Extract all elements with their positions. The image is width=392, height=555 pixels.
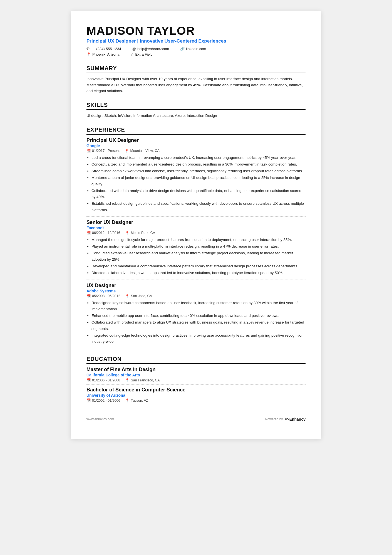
location-adobe: 📍 San Jose, CA <box>125 294 152 298</box>
skills-title: SKILLS <box>86 102 306 110</box>
summary-section: SUMMARY Innovative Principal UX Designer… <box>86 65 306 94</box>
loc-icon-facebook: 📍 <box>125 231 130 235</box>
dates-ua: 📅 01/2002 - 01/2006 <box>86 398 120 403</box>
candidate-name: MADISON TAYLOR <box>86 24 306 37</box>
bullet-adobe-1: Redesigned key software components based… <box>91 300 306 312</box>
footer-website: www.enhancv.com <box>86 417 114 421</box>
bullet-adobe-2: Enhanced the mobile app user interface, … <box>91 313 306 319</box>
powered-by-label: Powered by <box>265 417 283 421</box>
extra-value: Extra Field <box>135 52 153 56</box>
link-icon: 🔗 <box>180 47 185 51</box>
experience-section: EXPERIENCE Principal UX Designer Google … <box>86 127 306 348</box>
bullet-google-1: Led a cross-functional team in revamping… <box>91 155 306 161</box>
resume-page: MADISON TAYLOR Principal UX Designer | I… <box>71 11 321 439</box>
bullet-fb-3: Conducted extensive user research and ma… <box>91 250 306 263</box>
bullet-fb-4: Developed and maintained a comprehensive… <box>91 263 306 269</box>
bullet-google-6: Established robust design guidelines and… <box>91 201 306 213</box>
enhancv-logo: ∞ Enhancv <box>285 416 306 422</box>
job-title-facebook: Senior UX Designer <box>86 219 306 225</box>
bullets-adobe: Redesigned key software components based… <box>86 300 306 345</box>
extra-contact: ☆ Extra Field <box>131 52 153 56</box>
summary-text: Innovative Principal UX Designer with ov… <box>86 76 306 94</box>
bullet-adobe-4: Integrated cutting-edge technologies int… <box>91 332 306 345</box>
contact-row-2: 📍 Phoenix, Arizona ☆ Extra Field <box>86 52 306 57</box>
exp-entry-facebook: Senior UX Designer Facebook 📅 06/2012 - … <box>86 219 306 280</box>
bullet-google-2: Conceptualized and implemented a user-ce… <box>91 161 306 167</box>
job-title-adobe: UX Designer <box>86 283 306 288</box>
candidate-title: Principal UX Designer | Innovative User-… <box>86 38 306 44</box>
job-title-google: Principal UX Designer <box>86 137 306 143</box>
dates-facebook: 📅 06/2012 - 12/2016 <box>86 231 120 235</box>
skills-text: UI design, Sketch, InVision, Information… <box>86 113 306 119</box>
location-value: Phoenix, Arizona <box>92 52 120 56</box>
phone-contact: ✆ +1-(234)-555-1234 <box>86 47 121 51</box>
brand-name: Enhancv <box>289 417 306 421</box>
company-facebook: Facebook <box>86 226 306 230</box>
edu-entry-cca: Master of Fine Arts in Design California… <box>86 367 306 385</box>
loc-icon-adobe: 📍 <box>125 294 130 298</box>
logo-symbol: ∞ <box>285 416 288 422</box>
skills-section: SKILLS UI design, Sketch, InVision, Info… <box>86 102 306 119</box>
degree-cca: Master of Fine Arts in Design <box>86 367 306 373</box>
school-ua: University of Arizona <box>86 393 306 398</box>
exp-meta-google: 📅 01/2017 - Present 📍 Mountain View, CA <box>86 149 306 153</box>
resume-header: MADISON TAYLOR Principal UX Designer | I… <box>86 24 306 57</box>
dates-google: 📅 01/2017 - Present <box>86 149 120 153</box>
email-contact: @ help@enhancv.com <box>132 47 169 51</box>
exp-entry-google: Principal UX Designer Google 📅 01/2017 -… <box>86 137 306 217</box>
loc-icon-ua: 📍 <box>125 398 130 403</box>
calendar-icon-ua: 📅 <box>86 398 91 403</box>
location-contact: 📍 Phoenix, Arizona <box>86 52 120 56</box>
location-ua: 📍 Tucson, AZ <box>125 398 148 403</box>
degree-ua: Bachelor of Science in Computer Science <box>86 387 306 393</box>
edu-entry-ua: Bachelor of Science in Computer Science … <box>86 387 306 405</box>
phone-value: +1-(234)-555-1234 <box>91 47 121 51</box>
education-title: EDUCATION <box>86 356 306 364</box>
calendar-icon-google: 📅 <box>86 149 91 153</box>
calendar-icon-facebook: 📅 <box>86 231 91 235</box>
bullet-google-4: Mentored a team of junior designers, pro… <box>91 175 306 187</box>
bullet-fb-1: Managed the design lifecycle for major p… <box>91 237 306 243</box>
bullet-fb-2: Played an instrumental role in a multi-p… <box>91 243 306 250</box>
experience-title: EXPERIENCE <box>86 127 306 135</box>
contact-row-1: ✆ +1-(234)-555-1234 @ help@enhancv.com 🔗… <box>86 47 306 52</box>
school-cca: California College of the Arts <box>86 373 306 377</box>
website-contact: 🔗 linkedin.com <box>180 47 206 51</box>
edu-meta-ua: 📅 01/2002 - 01/2006 📍 Tucson, AZ <box>86 398 306 403</box>
location-cca: 📍 San Francisco, CA <box>125 378 160 382</box>
footer-powered-section: Powered by ∞ Enhancv <box>265 416 306 422</box>
education-section: EDUCATION Master of Fine Arts in Design … <box>86 356 306 405</box>
bullet-google-5: Collaborated with data analysts to drive… <box>91 188 306 200</box>
email-icon: @ <box>132 47 136 51</box>
bullet-fb-5: Directed collaborative design workshops … <box>91 270 306 276</box>
loc-icon-cca: 📍 <box>125 378 130 382</box>
footer: www.enhancv.com Powered by ∞ Enhancv <box>86 416 306 422</box>
company-adobe: Adobe Systems <box>86 289 306 293</box>
loc-icon-google: 📍 <box>125 149 129 153</box>
calendar-icon-adobe: 📅 <box>86 294 91 298</box>
website-value: linkedin.com <box>186 47 206 51</box>
dates-adobe: 📅 05/2008 - 05/2012 <box>86 294 120 298</box>
star-icon: ☆ <box>131 52 134 56</box>
email-value: help@enhancv.com <box>137 47 169 51</box>
bullets-facebook: Managed the design lifecycle for major p… <box>86 237 306 276</box>
company-google: Google <box>86 144 306 148</box>
edu-meta-cca: 📅 01/2006 - 01/2008 📍 San Francisco, CA <box>86 378 306 382</box>
calendar-icon-cca: 📅 <box>86 378 91 382</box>
location-facebook: 📍 Menlo Park, CA <box>125 231 155 235</box>
location-icon: 📍 <box>86 52 91 56</box>
exp-meta-facebook: 📅 06/2012 - 12/2016 📍 Menlo Park, CA <box>86 231 306 235</box>
summary-title: SUMMARY <box>86 65 306 73</box>
location-google: 📍 Mountain View, CA <box>125 149 159 153</box>
phone-icon: ✆ <box>86 47 90 51</box>
bullets-google: Led a cross-functional team in revamping… <box>86 155 306 213</box>
exp-meta-adobe: 📅 05/2008 - 05/2012 📍 San Jose, CA <box>86 294 306 298</box>
exp-entry-adobe: UX Designer Adobe Systems 📅 05/2008 - 05… <box>86 283 306 348</box>
dates-cca: 📅 01/2006 - 01/2008 <box>86 378 120 382</box>
bullet-adobe-3: Collaborated with product managers to al… <box>91 319 306 332</box>
bullet-google-3: Streamlined complex workflows into conci… <box>91 168 306 174</box>
